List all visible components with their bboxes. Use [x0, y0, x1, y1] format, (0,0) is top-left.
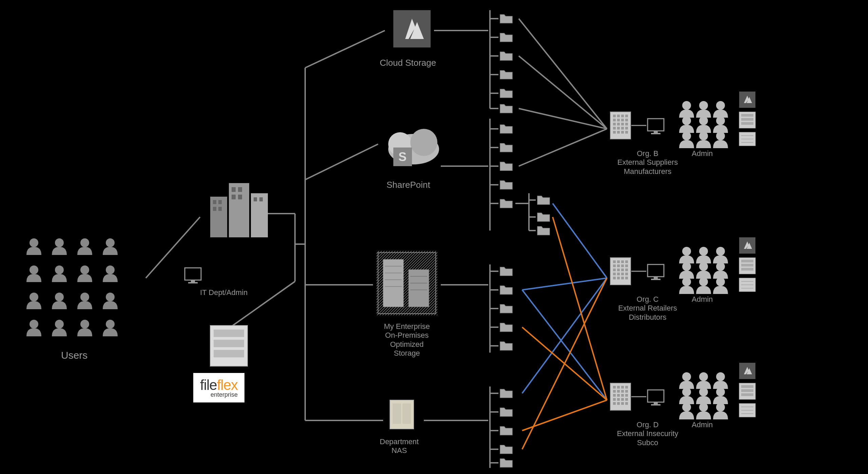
org-b-label: Org. B External Suppliers Manufacturers — [607, 149, 688, 176]
company-buildings — [210, 183, 268, 237]
svg-line-103 — [522, 278, 607, 393]
folders-nas — [500, 389, 512, 467]
nas-label: Department NAS — [380, 437, 419, 455]
svg-line-100 — [519, 129, 607, 166]
svg-line-60 — [305, 144, 378, 180]
svg-rect-116 — [232, 187, 236, 192]
org-d-label: Org. D External Insecurity Subco — [607, 420, 688, 447]
svg-line-53 — [146, 217, 200, 278]
datacenter-icon — [376, 251, 437, 315]
svg-rect-119 — [238, 195, 242, 199]
svg-rect-121 — [259, 197, 263, 201]
svg-rect-112 — [213, 200, 216, 204]
svg-text:S: S — [398, 150, 407, 164]
nas-icon — [390, 400, 414, 429]
svg-rect-114 — [213, 207, 216, 211]
svg-line-98 — [519, 56, 607, 129]
svg-rect-120 — [254, 197, 257, 201]
fileflex-logo: fileflex enterprise — [193, 373, 244, 402]
datacenter-label: My Enterprise On-Premises Optimized Stor… — [373, 322, 441, 358]
svg-line-102 — [522, 278, 607, 290]
architecture-svg: S — [0, 0, 868, 474]
svg-line-101 — [553, 203, 607, 278]
svg-line-59 — [305, 31, 385, 68]
svg-line-107 — [522, 400, 607, 431]
svg-point-125 — [410, 129, 437, 156]
admin-label-c: Admin — [692, 295, 713, 304]
svg-rect-118 — [232, 195, 236, 199]
fileflex-server-icon — [210, 325, 248, 366]
svg-line-104 — [522, 290, 607, 400]
admin-label-b: Admin — [692, 149, 713, 158]
cloud-storage-label: Cloud Storage — [380, 58, 436, 68]
users-grid — [26, 238, 118, 336]
admin-label-d: Admin — [692, 420, 713, 429]
folders-sharepoint — [500, 125, 550, 235]
folders-dc — [500, 267, 512, 350]
svg-rect-113 — [218, 200, 222, 204]
org-c-group — [610, 237, 755, 294]
svg-rect-117 — [238, 187, 242, 192]
sharepoint-icon: S — [388, 129, 439, 166]
folders-cloud — [500, 15, 512, 113]
sharepoint-label: SharePoint — [387, 180, 430, 190]
org-d-group — [610, 363, 755, 419]
org-b-group — [610, 92, 755, 148]
svg-line-108 — [522, 278, 607, 449]
it-admin-label: IT Dept/Admin — [200, 288, 248, 297]
svg-rect-115 — [218, 207, 222, 211]
users-label: Users — [61, 349, 87, 361]
svg-line-97 — [519, 19, 607, 129]
azure-icon — [393, 10, 431, 47]
org-c-label: Org. C External Retailers Distributors — [607, 295, 688, 322]
